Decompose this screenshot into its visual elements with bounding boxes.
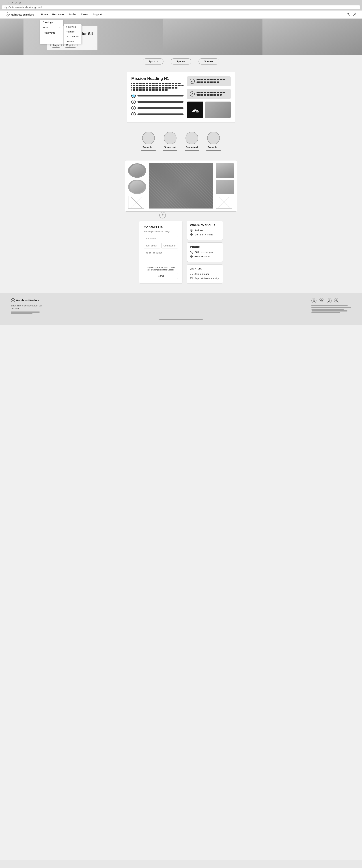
sponsor-3[interactable]: Sponsor: [199, 58, 219, 64]
sponsor-1[interactable]: Sponsor: [143, 58, 163, 64]
hero-photo-right2: [262, 19, 362, 55]
team-icon: [190, 272, 193, 276]
submenu-movies[interactable]: > Movies: [64, 24, 81, 29]
mission-list-text-1: [137, 95, 184, 96]
mission-body-text: [131, 83, 184, 91]
nav-support[interactable]: Support: [93, 13, 102, 16]
artwork-placeholder: [149, 163, 213, 209]
card-bar-2a: [197, 92, 225, 93]
home-button[interactable]: ⌂: [15, 1, 17, 4]
email-input[interactable]: [143, 243, 160, 248]
phone-number: +353 83**68292: [195, 255, 211, 258]
hero-person-sketch-left: [0, 19, 24, 55]
svg-point-11: [192, 278, 193, 278]
team-card-title-1: Some text: [142, 146, 155, 149]
phone-number-row: +353 83**68292: [190, 255, 220, 258]
search-icon[interactable]: [347, 13, 350, 16]
dropdown-media[interactable]: Media ›: [40, 25, 63, 30]
team-card-4: Some text: [206, 132, 221, 151]
sponsor-2[interactable]: Sponsor: [171, 58, 191, 64]
card-bar-2b: [197, 94, 222, 96]
nav-events[interactable]: Events: [81, 13, 89, 16]
footer-text-1: [11, 311, 40, 313]
gallery-section: [125, 160, 237, 212]
nav-resources[interactable]: Resources: [52, 13, 64, 16]
rainbow-logo-box: [187, 101, 203, 118]
url-bar[interactable]: https://rainbowwarriors.herokuapp.com/: [2, 5, 360, 9]
mission-icon-2: ⚙: [131, 100, 136, 104]
svg-point-14: [321, 300, 323, 302]
sponsors-section: Sponsor Sponsor Sponsor: [0, 55, 362, 68]
footer-tagline: Short final message about our mission: [11, 304, 51, 310]
navbar-actions: [347, 13, 357, 16]
clock-icon: [190, 233, 193, 236]
pinterest-icon[interactable]: P: [327, 298, 332, 303]
mission-list-item-4: ◑: [131, 112, 184, 116]
close-button[interactable]: ✕: [11, 1, 13, 4]
svg-point-0: [6, 13, 9, 16]
team-avatar-2: [164, 132, 176, 144]
where-to-find-card: Where to find us Address Mon-Sun + timin…: [187, 221, 223, 240]
address-text: Address: [195, 229, 203, 231]
submenu-news[interactable]: > News: [64, 39, 81, 44]
full-name-input[interactable]: [143, 236, 178, 241]
svg-rect-21: [336, 300, 337, 301]
submenu-music[interactable]: > Music: [64, 29, 81, 34]
refresh-button[interactable]: ⟳: [19, 1, 21, 4]
hours-text: Mon-Sun + timing: [195, 233, 213, 236]
back-button[interactable]: ←: [2, 1, 5, 4]
message-textarea[interactable]: [143, 250, 178, 264]
gallery-center-artwork: [149, 163, 213, 209]
team-avatar-3: [186, 132, 198, 144]
nav-home[interactable]: Home: [41, 13, 48, 16]
facebook-icon[interactable]: [311, 298, 317, 303]
team-card-sub-3: [185, 150, 199, 151]
dropdown-readings[interactable]: Readings: [40, 20, 63, 25]
mission-list-item-1: 🌐: [131, 94, 184, 98]
community-icon: [190, 277, 193, 280]
phone-input[interactable]: [162, 243, 178, 248]
nav-stories[interactable]: Stories: [69, 13, 76, 16]
svg-point-12: [11, 299, 15, 302]
community-text: Support the community: [195, 277, 219, 280]
svg-line-2: [349, 15, 350, 16]
svg-point-3: [354, 13, 356, 14]
team-card-sub-4: [206, 150, 221, 151]
navbar-brand-label: Rainbow Warriors: [11, 13, 34, 16]
svg-text:P: P: [329, 300, 330, 302]
mission-list-text-3: [137, 107, 184, 109]
where-to-find-title: Where to find us: [190, 223, 220, 227]
url-text: https://rainbowwarriors.herokuapp.com/: [4, 6, 42, 8]
join-team-text: Join our team: [195, 273, 209, 275]
navbar-logo[interactable]: Rainbow Warriors: [5, 12, 34, 17]
available-row: 24/7 Here for you: [190, 250, 220, 254]
mission-card-icon-2: ⊕: [190, 91, 195, 96]
checkbox-label: I agree to the terms and conditions and …: [147, 266, 178, 271]
contact-form-card: Contact Us We are just an email away! I …: [139, 221, 183, 284]
forward-button[interactable]: →: [6, 1, 9, 4]
email-phone-row: [143, 243, 178, 248]
send-button[interactable]: Send: [143, 273, 178, 279]
text-line-3: [131, 87, 178, 89]
available-text: 24/7 Here for you: [195, 251, 212, 253]
terms-checkbox[interactable]: [143, 267, 146, 269]
team-card-title-3: Some text: [186, 146, 198, 149]
navbar: Rainbow Warriors Home Resources Stories …: [0, 10, 362, 19]
team-card-3: Some text: [185, 132, 199, 151]
submenu-tv-series[interactable]: > TV Series: [64, 34, 81, 39]
footer-logo: Rainbow Warriors: [11, 298, 51, 303]
instagram-icon[interactable]: [319, 298, 324, 303]
hero-photos-right: [163, 19, 362, 55]
mission-card-1: ⚙: [187, 76, 231, 86]
hero-person-right2: [262, 19, 362, 55]
clock-icon-2: [190, 255, 193, 258]
team-avatar-1: [142, 132, 155, 144]
mission-list-item-3: ◎: [131, 106, 184, 110]
community-row: Support the community: [190, 277, 220, 280]
dropdown-post-events[interactable]: Post events: [40, 30, 63, 35]
footer-right-text-3: [311, 309, 344, 310]
calendar-icon[interactable]: [334, 298, 339, 303]
page-wrapper: Rainbow Warriors Home Resources Stories …: [0, 10, 362, 860]
phone-title: Phone: [190, 245, 220, 249]
user-icon[interactable]: [353, 13, 357, 16]
